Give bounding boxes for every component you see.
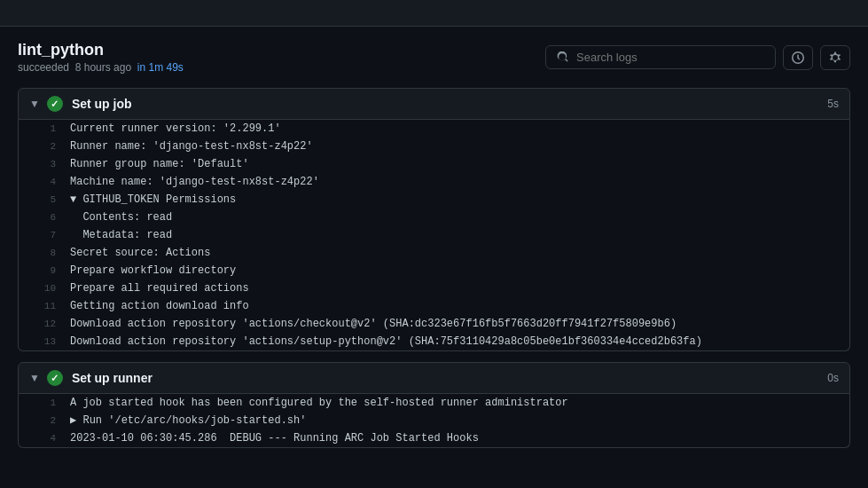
section-setup-runner: ▼ Set up runner 0s 1A job started hook h… (18, 362, 850, 448)
line-number: 7 (29, 229, 56, 240)
log-container-setup-runner: 1A job started hook has been configured … (18, 394, 850, 448)
settings-button[interactable] (820, 45, 850, 70)
line-number: 13 (29, 335, 56, 347)
log-line: 3Runner group name: 'Default' (19, 155, 849, 173)
job-meta: succeeded 8 hours ago in 1m 49s (18, 61, 184, 74)
log-line: 6 Contents: read (19, 209, 849, 226)
line-number: 12 (29, 318, 56, 329)
success-icon-setup-job (47, 96, 63, 112)
log-line: 8Secret source: Actions (19, 244, 849, 262)
log-container-setup-job: 1Current runner version: '2.299.1'2Runne… (18, 120, 850, 351)
job-duration-link[interactable]: in 1m 49s (137, 61, 184, 74)
log-text: Secret source: Actions (70, 245, 210, 261)
line-number: 10 (29, 282, 56, 294)
top-bar (0, 0, 868, 27)
main-content: lint_python succeeded 8 hours ago in 1m … (0, 27, 868, 473)
job-controls (545, 45, 850, 70)
job-time: 8 hours ago (75, 61, 131, 74)
log-text: Runner name: 'django-test-nx8st-z4p22' (70, 138, 313, 154)
section-header-setup-job[interactable]: ▼ Set up job 5s (18, 88, 850, 120)
line-number: 3 (29, 158, 56, 169)
log-line: 1A job started hook has been configured … (19, 394, 849, 412)
line-number: 2 (29, 140, 56, 152)
settings-icon (828, 51, 842, 65)
log-text: Runner group name: 'Default' (70, 156, 249, 172)
log-text: Machine name: 'django-test-nx8st-z4p22' (70, 174, 319, 190)
search-box[interactable] (545, 45, 776, 69)
line-number: 8 (29, 247, 56, 258)
log-text: A job started hook has been configured b… (70, 395, 568, 411)
line-number: 4 (29, 432, 56, 444)
line-number: 9 (29, 264, 56, 276)
log-line: 42023-01-10 06:30:45.286 DEBUG --- Runni… (19, 429, 849, 447)
log-line: 11Getting action download info (19, 297, 849, 315)
line-number: 6 (29, 211, 56, 223)
log-text: Contents: read (70, 209, 172, 225)
line-number: 5 (29, 193, 56, 205)
log-line: 10Prepare all required actions (19, 279, 849, 297)
log-line: 9Prepare workflow directory (19, 262, 849, 279)
chevron-icon: ▼ (29, 98, 40, 110)
refresh-button[interactable] (783, 45, 813, 70)
log-line: 2Runner name: 'django-test-nx8st-z4p22' (19, 138, 849, 155)
log-text: Download action repository 'actions/chec… (70, 316, 676, 332)
section-duration-setup-job: 5s (827, 98, 839, 110)
job-title-section: lint_python succeeded 8 hours ago in 1m … (18, 41, 184, 74)
log-line: 7 Metadata: read (19, 226, 849, 244)
log-text: Getting action download info (70, 298, 249, 314)
line-number: 4 (29, 176, 56, 187)
log-text: Prepare workflow directory (70, 263, 236, 279)
sections-container: ▼ Set up job 5s 1Current runner version:… (18, 88, 850, 448)
section-duration-setup-runner: 0s (827, 372, 839, 384)
line-number: 1 (29, 397, 56, 408)
log-text: Metadata: read (70, 227, 172, 243)
section-title-setup-runner: Set up runner (72, 371, 827, 385)
search-icon (557, 51, 569, 64)
job-status: succeeded (18, 61, 69, 74)
log-text: Prepare all required actions (70, 280, 249, 296)
log-text: 2023-01-10 06:30:45.286 DEBUG --- Runnin… (70, 430, 479, 446)
success-icon-setup-runner (47, 370, 63, 386)
section-title-setup-job: Set up job (72, 97, 827, 111)
log-line: 1Current runner version: '2.299.1' (19, 120, 849, 138)
log-text: Current runner version: '2.299.1' (70, 121, 281, 137)
log-line: 13Download action repository 'actions/se… (19, 333, 849, 350)
chevron-icon: ▼ (29, 372, 40, 384)
log-line: 5▼ GITHUB_TOKEN Permissions (19, 191, 849, 209)
refresh-icon (791, 51, 805, 65)
log-text: Download action repository 'actions/setu… (70, 334, 702, 350)
job-header: lint_python succeeded 8 hours ago in 1m … (18, 41, 850, 74)
line-number: 1 (29, 122, 56, 134)
search-input[interactable] (576, 51, 764, 64)
line-number: 11 (29, 300, 56, 311)
section-header-setup-runner[interactable]: ▼ Set up runner 0s (18, 362, 850, 394)
log-text: ▶ Run '/etc/arc/hooks/job-started.sh' (70, 413, 306, 429)
job-title: lint_python (18, 41, 184, 59)
log-text: ▼ GITHUB_TOKEN Permissions (70, 192, 236, 208)
line-number: 2 (29, 414, 56, 426)
log-line: 4Machine name: 'django-test-nx8st-z4p22' (19, 173, 849, 191)
log-line: 12Download action repository 'actions/ch… (19, 315, 849, 333)
section-setup-job: ▼ Set up job 5s 1Current runner version:… (18, 88, 850, 351)
log-line: 2▶ Run '/etc/arc/hooks/job-started.sh' (19, 412, 849, 429)
